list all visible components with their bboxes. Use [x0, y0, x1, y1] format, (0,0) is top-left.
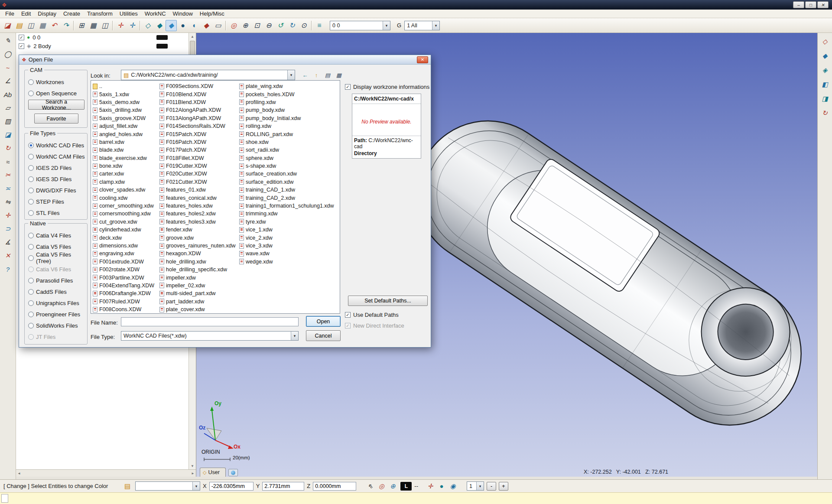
file-item[interactable]: pump_body.xdw	[239, 106, 339, 114]
file-item[interactable]: s-shape.xdw	[239, 162, 339, 170]
zoom-window-icon[interactable]: ⊡	[251, 20, 263, 31]
view-filter-combo[interactable]: 1 All ▾	[404, 21, 440, 30]
sphere-view-icon[interactable]: ●	[177, 20, 188, 31]
dialog-close-button[interactable]: ✕	[417, 56, 428, 63]
layer-checkbox[interactable]	[19, 35, 24, 40]
hatch-icon[interactable]: ▨	[2, 115, 14, 127]
file-item[interactable]: F004ExtendTang.XDW	[93, 282, 158, 289]
file-item[interactable]: grooves_rainures_nuten.xdw	[159, 242, 237, 250]
x-coordinate-input[interactable]	[209, 482, 254, 491]
file-item[interactable]: F017Patch.XDW	[159, 146, 237, 154]
compass-icon[interactable]: ✛	[425, 481, 436, 491]
file-name-input[interactable]	[121, 317, 299, 326]
file-item[interactable]: vice_2.xdw	[239, 234, 339, 241]
transform-icon[interactable]: ✛	[2, 209, 14, 221]
layer-row[interactable]: ● 0 0	[16, 33, 168, 42]
details-view-icon[interactable]: ▦	[334, 70, 344, 80]
print-icon[interactable]: ▦	[37, 20, 48, 31]
file-item[interactable]: F013AlongAPath.XDW	[159, 114, 237, 122]
increment-button[interactable]: +	[499, 482, 508, 491]
open-button[interactable]: Open	[306, 316, 341, 327]
file-item[interactable]: 5axis_drilling.xdw	[93, 106, 158, 114]
file-item[interactable]: F012AlongAPath.XDW	[159, 106, 237, 114]
menu-item[interactable]: Transform	[84, 10, 116, 18]
radio-option[interactable]: IGES 2D Files	[25, 162, 87, 173]
favorite-button[interactable]: Favorite	[34, 114, 78, 124]
radio-option[interactable]: Catia V4 Files	[25, 230, 87, 241]
radio-option[interactable]: JT Files	[25, 331, 87, 342]
radio-option[interactable]: STEP Files	[25, 196, 87, 207]
view-top-icon[interactable]: ◈	[819, 64, 831, 76]
rotate-view-icon[interactable]: ↻	[286, 20, 298, 31]
cancel-button[interactable]: Cancel	[306, 330, 341, 341]
scroll-down-icon[interactable]: ▼	[189, 462, 196, 469]
count-combo[interactable]: 1 ▾	[467, 481, 484, 491]
axis-y-icon[interactable]: ✛	[127, 20, 138, 31]
file-item[interactable]: plate_wing.xdw	[239, 82, 339, 90]
radio-option[interactable]: Open Sequence	[25, 88, 87, 99]
color-combo[interactable]: ▾	[135, 481, 200, 491]
file-item[interactable]: plate_cover.xdw	[159, 306, 237, 313]
file-item[interactable]: features_holes3.xdw	[159, 218, 237, 226]
radio-option[interactable]: Catia V6 Files	[25, 263, 87, 275]
decrement-button[interactable]: -	[487, 482, 496, 491]
globe-view-icon[interactable]: ◐	[189, 20, 200, 31]
file-item[interactable]: F014SectionsRails.XDW	[159, 122, 237, 130]
offset-icon[interactable]: ≍	[2, 182, 14, 195]
radio-option[interactable]: SolidWorks Files	[25, 320, 87, 331]
wire-cube-icon[interactable]: ◇	[142, 20, 153, 31]
file-item[interactable]: surface_edition.xdw	[239, 178, 339, 186]
file-item[interactable]: F020Cutter.XDW	[159, 170, 237, 178]
file-item[interactable]: blade.xdw	[93, 146, 158, 154]
file-item[interactable]: features_01.xdw	[159, 186, 237, 194]
file-item[interactable]: F007Ruled.XDW	[93, 298, 158, 306]
view-side-icon[interactable]: ◧	[819, 78, 831, 91]
color-folder-icon[interactable]: ▤	[122, 481, 133, 491]
material-view-icon[interactable]: ◆	[201, 20, 212, 31]
chevron-down-icon[interactable]: ▾	[383, 21, 390, 30]
file-item[interactable]: angled_holes.xdw	[93, 130, 158, 138]
menu-item[interactable]: Edit	[18, 10, 34, 18]
file-item[interactable]: barrel.xdw	[93, 138, 158, 146]
file-item[interactable]: hole_drilling.xdw	[159, 258, 237, 266]
dual-view-icon[interactable]: ◫	[99, 20, 110, 31]
fillet-icon[interactable]: ⊃	[2, 223, 14, 235]
redo-icon[interactable]: ↷	[60, 20, 72, 31]
center-view-icon[interactable]: ⊙	[298, 20, 309, 31]
solid-cube-icon[interactable]: ◆	[154, 20, 165, 31]
file-item[interactable]: features_conical.xdw	[159, 194, 237, 202]
file-item[interactable]: engraving.xdw	[93, 250, 158, 257]
file-item[interactable]: F001extrude.XDW	[93, 258, 158, 266]
menu-item[interactable]: Help/Misc	[196, 10, 228, 18]
view-lock-icon[interactable]: ◉	[448, 481, 458, 491]
file-item[interactable]: cooling.xdw	[93, 194, 158, 202]
back-icon[interactable]: ←	[300, 70, 310, 80]
file-item[interactable]: cylinderhead.xdw	[93, 226, 158, 234]
file-item[interactable]: bone.xdw	[93, 162, 158, 170]
file-item[interactable]: vice_1.xdw	[239, 226, 339, 234]
text-icon[interactable]: Ab	[2, 88, 14, 101]
layer-combo[interactable]: 0 0 ▾	[330, 21, 390, 30]
menu-item[interactable]: Utilities	[116, 10, 141, 18]
radio-option[interactable]: Catia V5 Files	[25, 241, 87, 252]
file-item[interactable]: F016Patch.XDW	[159, 138, 237, 146]
file-item[interactable]: multi-sided_part.xdw	[159, 289, 237, 297]
file-item[interactable]: training_CAD_1.xdw	[239, 186, 339, 194]
file-item[interactable]: surface_creation.xdw	[239, 170, 339, 178]
file-item[interactable]: F018Fillet.XDW	[159, 154, 237, 162]
revolve-icon[interactable]: ↻	[2, 142, 14, 154]
file-item[interactable]: F021Cutter.XDW	[159, 178, 237, 186]
radio-option[interactable]: Proengineer Files	[25, 309, 87, 320]
chevron-down-icon[interactable]: ▾	[287, 70, 295, 80]
file-item[interactable]: 5axis_1.xdw	[93, 90, 158, 98]
radio-option[interactable]: Unigraphics Files	[25, 297, 87, 309]
radio-option[interactable]: Workzones	[25, 76, 87, 88]
layers-icon[interactable]: ≡	[314, 20, 325, 31]
grid-icon[interactable]: ⊞	[76, 20, 87, 31]
file-item[interactable]: features_holes2.xdw	[159, 210, 237, 218]
file-item[interactable]: wedge.xdw	[239, 258, 339, 266]
file-type-combo[interactable]: WorkNC CAD Files(*.xdw) ▾	[121, 331, 299, 341]
search-workzone-button[interactable]: Search a Workzone...	[28, 100, 84, 110]
measure-icon[interactable]: ∡	[2, 236, 14, 248]
file-item[interactable]: blade_exercise.xdw	[93, 154, 158, 162]
